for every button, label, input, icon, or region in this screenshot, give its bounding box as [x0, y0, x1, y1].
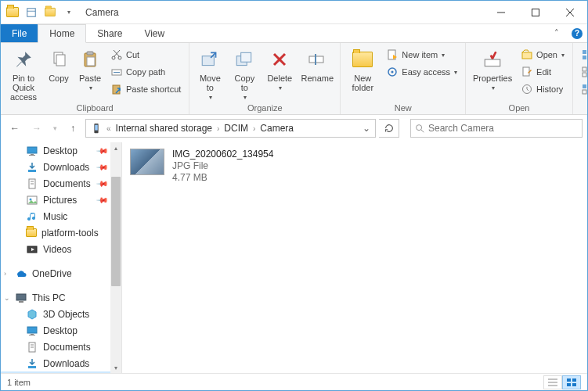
ribbon-tabs: File Home Share View ˄ ?	[1, 24, 587, 43]
move-to-button[interactable]: Move to▾	[194, 45, 225, 101]
back-button[interactable]: ←	[5, 119, 24, 138]
history-icon	[521, 83, 533, 95]
file-item[interactable]: IMG_20200602_134954 JPG File 4.77 MB	[130, 149, 365, 184]
svg-rect-51	[28, 170, 36, 172]
invert-selection-button[interactable]: Invert selection	[578, 81, 588, 97]
tree-item-this-pc[interactable]: ⌄This PC	[1, 289, 110, 306]
tree-item-documents[interactable]: Documents📌	[1, 175, 110, 192]
breadcrumb-part-0[interactable]: Internal shared storage	[113, 120, 215, 137]
new-item-button[interactable]: New item▾	[383, 47, 460, 63]
tree-item-platform-tools[interactable]: platform-tools	[1, 224, 110, 241]
navbar: ← → ▾ ↑ « Internal shared storage› DCIM›…	[1, 115, 587, 142]
tree-item-desktop[interactable]: Desktop📌	[1, 142, 110, 159]
scroll-down-button[interactable]: ▾	[110, 362, 121, 373]
cut-button[interactable]: Cut	[107, 47, 184, 63]
svg-rect-49	[31, 154, 34, 155]
new-item-icon	[386, 48, 399, 61]
search-box[interactable]	[410, 119, 583, 138]
svg-rect-48	[27, 147, 37, 153]
paste-button[interactable]: Paste ▾	[76, 45, 104, 91]
address-dropdown-button[interactable]: ⌄	[359, 123, 373, 134]
window-title: Camera	[85, 7, 119, 18]
breadcrumb-part-1[interactable]: DCIM	[221, 120, 251, 137]
svg-rect-42	[583, 90, 586, 94]
svg-point-12	[118, 56, 121, 59]
file-list[interactable]: IMG_20200602_134954 JPG File 4.77 MB	[122, 142, 587, 373]
svg-rect-30	[523, 67, 529, 76]
maximize-button[interactable]	[518, 2, 553, 23]
status-item-count: 1 item	[7, 378, 31, 387]
pin-icon	[11, 47, 36, 72]
edit-icon	[521, 66, 533, 78]
tab-home[interactable]: Home	[38, 24, 86, 43]
svg-rect-18	[203, 56, 215, 66]
easy-access-button[interactable]: Easy access▾	[383, 64, 460, 80]
collapse-ribbon-button[interactable]: ˄	[547, 24, 567, 42]
paste-shortcut-button[interactable]: Paste shortcut	[107, 81, 184, 97]
copy-button[interactable]: Copy	[45, 45, 73, 83]
qat-dropdown-icon[interactable]: ▾	[60, 4, 78, 21]
forward-button[interactable]: →	[27, 119, 46, 138]
tab-share[interactable]: Share	[86, 24, 133, 42]
scroll-thumb[interactable]	[111, 177, 121, 286]
tree-item-pictures[interactable]: Pictures📌	[1, 192, 110, 208]
svg-rect-58	[16, 294, 26, 300]
pin-to-quick-access-button[interactable]: Pin to Quick access	[5, 45, 41, 102]
cut-icon	[110, 48, 123, 61]
up-button[interactable]: ↑	[63, 119, 82, 138]
status-bar: 1 item	[1, 373, 587, 390]
tab-view[interactable]: View	[133, 24, 175, 42]
qat-properties-icon[interactable]	[23, 4, 40, 21]
breadcrumb-part-2[interactable]: Camera	[257, 120, 297, 137]
tree-item-videos[interactable]: Videos	[1, 241, 110, 257]
svg-rect-59	[19, 301, 23, 303]
breadcrumb-device-icon[interactable]	[88, 120, 105, 137]
edit-button[interactable]: Edit	[518, 64, 568, 80]
tree-item-desktop[interactable]: Desktop	[1, 322, 110, 339]
view-large-icons-button[interactable]	[562, 375, 581, 389]
copy-to-button[interactable]: Copy to▾	[229, 45, 260, 101]
history-button[interactable]: History	[518, 81, 568, 97]
address-bar[interactable]: « Internal shared storage› DCIM› Camera …	[85, 119, 376, 138]
thispc-icon	[15, 292, 27, 304]
select-none-icon	[581, 66, 588, 78]
paste-icon	[78, 47, 103, 72]
select-none-button[interactable]: Select none	[578, 64, 588, 80]
view-details-button[interactable]	[543, 375, 562, 389]
new-folder-button[interactable]: New folder	[345, 45, 380, 92]
open-button[interactable]: Open▾	[518, 47, 568, 63]
scroll-up-button[interactable]: ▴	[110, 142, 121, 153]
tree-item-downloads[interactable]: Downloads	[1, 355, 110, 371]
tab-file[interactable]: File	[1, 24, 38, 42]
minimize-button[interactable]	[484, 2, 518, 23]
search-input[interactable]	[428, 123, 579, 134]
copy-path-icon	[110, 66, 123, 78]
svg-rect-34	[583, 56, 586, 59]
help-button[interactable]: ?	[567, 24, 587, 42]
close-button[interactable]	[553, 2, 587, 23]
copy-to-icon	[232, 47, 257, 72]
main-area: Desktop📌Downloads📌Documents📌Pictures📌Mus…	[1, 142, 587, 373]
copy-path-button[interactable]: Copy path	[107, 64, 184, 80]
delete-button[interactable]: Delete▾	[263, 45, 296, 91]
svg-rect-20	[241, 52, 251, 62]
svg-line-47	[421, 130, 424, 133]
recent-locations-button[interactable]: ▾	[49, 119, 60, 138]
tree-scrollbar[interactable]: ▴ ▾	[110, 142, 121, 373]
properties-button[interactable]: Properties▾	[471, 45, 514, 91]
qat-newfolder-icon[interactable]	[41, 4, 59, 21]
tree-item-onedrive[interactable]: ›OneDrive	[1, 265, 110, 282]
tree-item-3d-objects[interactable]: 3D Objects	[1, 306, 110, 322]
select-all-button[interactable]: Select all	[578, 47, 588, 63]
svg-line-14	[114, 50, 119, 56]
tree-item-documents[interactable]: Documents	[1, 339, 110, 355]
titlebar: ▾ Camera	[1, 1, 587, 24]
select-all-icon	[581, 48, 588, 61]
rename-button[interactable]: Rename	[299, 45, 335, 83]
svg-point-27	[391, 71, 394, 74]
delete-icon	[267, 47, 292, 72]
tree-item-downloads[interactable]: Downloads📌	[1, 159, 110, 175]
tree-item-music[interactable]: Music	[1, 208, 110, 224]
refresh-button[interactable]	[379, 119, 399, 138]
svg-rect-3	[532, 9, 539, 16]
